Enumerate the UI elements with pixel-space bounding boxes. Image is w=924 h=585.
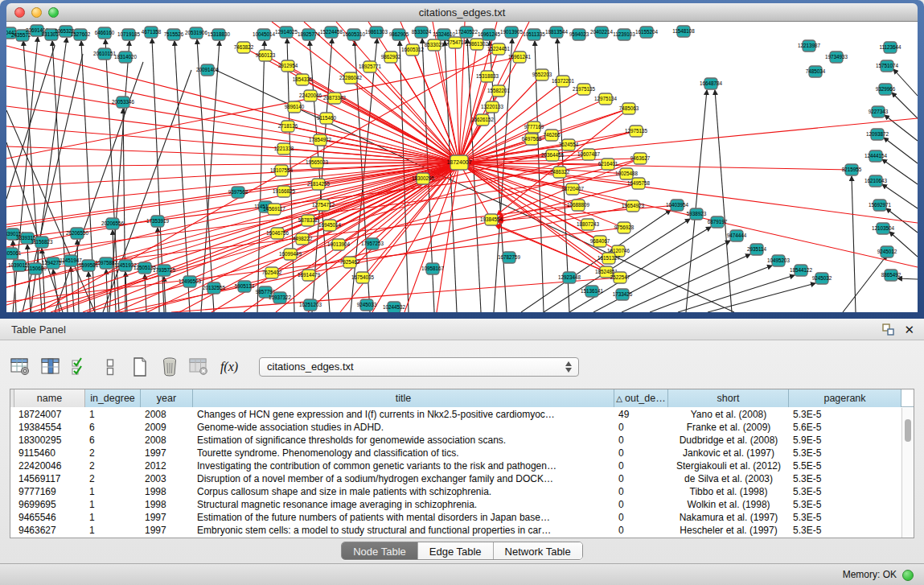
citation-edge-red[interactable] [309,163,459,275]
table-body: 1872400712008Changes of HCN gene express… [10,408,901,538]
network-window-titlebar[interactable]: citations_edges.txt [6,3,918,22]
graph-node-label: 17854972 [309,137,332,142]
function-builder-icon[interactable]: f(x) [218,356,240,378]
graph-node-label: 8533021 [425,42,445,47]
graph-node-label: 16099449 [279,251,302,257]
citation-edge-black[interactable] [164,277,166,312]
column-header-year[interactable]: year [141,389,193,407]
new-column-icon[interactable] [129,356,151,378]
memory-ok-indicator [902,570,914,581]
cell-year: 2008 [141,434,193,447]
cell-title: Changes of HCN gene expression and I(f) … [193,408,614,421]
graph-node-label: 16372201 [552,78,575,84]
tab-network-table[interactable]: Network Table [494,542,582,560]
select-columns-icon[interactable] [69,356,92,378]
graph-node-label: 12496503 [179,278,202,284]
table-tabbar: Node TableEdge TableNetwork Table [0,542,924,560]
graph-node-label: 22420046 [299,93,322,98]
citation-edge-black[interactable] [893,69,918,96]
graph-node-label: 20206556 [101,220,125,226]
table-panel: Table Panel ✕ [0,319,924,563]
tab-edge-table[interactable]: Edge Table [418,542,494,560]
column-header-pagerank[interactable]: pagerank [789,389,901,407]
column-header-name[interactable]: name [14,389,85,407]
citation-edge-black[interactable] [843,255,887,312]
graph-node-label: 7485034 [806,68,826,74]
table-row[interactable]: 1938455462009Genome-wide association stu… [10,421,901,434]
cell-name: 18300295 [14,434,85,447]
graph-node-label: 18107554 [270,167,294,173]
citation-edge-black[interactable] [6,110,95,312]
graph-node-label: 18544122 [790,267,813,273]
cell-pagerank: 5.6E-5 [789,421,901,434]
cell-short: Jankovic et al. (1997) [668,447,789,459]
delete-table-icon[interactable] [188,356,211,378]
citation-edge-red[interactable] [308,163,459,312]
citation-edge-red[interactable] [6,163,459,207]
citation-edge-red[interactable] [413,50,459,163]
table-row[interactable]: 1456911722003Disruption of a novel membe… [10,472,901,485]
citation-edge-black[interactable] [6,46,55,199]
network-graph[interactable]: 9804425243557242069140683130141065328715… [6,22,918,312]
graph-node-label: 9329966 [876,86,896,92]
column-header-in_degree[interactable]: in_degree [85,389,141,407]
delete-column-icon[interactable] [158,356,181,378]
sort-ascending-icon: △ [616,394,622,403]
citation-edge-black[interactable] [897,278,918,279]
graph-node-label: 18807243 [577,221,600,227]
table-tabs: Node TableEdge TableNetwork Table [341,542,583,560]
table-row[interactable]: 911546021997Tourette syndrome. Phenomeno… [10,447,901,459]
graph-node-label: 17353919 [146,218,170,224]
cell-year: 2003 [141,472,193,485]
graph-node-label: 9227343 [869,109,889,114]
citation-edge-black[interactable] [103,70,191,312]
table-row[interactable]: 969969511998Structural magnetic resonanc… [10,498,901,511]
table-scrollbar[interactable] [901,408,914,538]
graph-node-label: 9756928 [614,225,634,230]
table-row[interactable]: 1830029562008Estimation of significance … [10,434,901,447]
column-header-title[interactable]: title [193,389,614,407]
graph-node-label: 19861303 [365,29,388,35]
show-columns-icon[interactable] [39,356,62,378]
citation-edge-red[interactable] [6,164,608,239]
graph-node-label: 10045014 [253,31,276,37]
table-scrollbar-thumb[interactable] [905,419,911,442]
toggle-rows-icon[interactable] [99,356,121,378]
graph-node-label: 6466160 [95,30,115,35]
graph-node-label: 10719185 [117,31,141,37]
table-row[interactable]: 1872400712008Changes of HCN gene express… [10,408,901,421]
citation-edge-black[interactable] [201,41,220,312]
graph-node-label: 18314020 [114,54,138,60]
float-panel-icon[interactable] [881,323,895,336]
column-header-short[interactable]: short [668,389,789,407]
graph-node-label: 15136141 [581,288,604,294]
citation-edge-black[interactable] [884,138,918,163]
citation-edge-black[interactable] [892,93,918,118]
cell-pagerank: 5.3E-5 [789,447,901,459]
cell-in_degree: 1 [85,408,141,421]
table-row[interactable]: 946554611997Estimation of the future num… [10,511,901,524]
table-row[interactable]: 2242004622012Investigating the contribut… [10,459,901,472]
graph-node-label: 19013904 [327,241,351,247]
graph-node-label: 1527602 [71,31,91,37]
citation-edge-black[interactable] [882,159,918,184]
table-row[interactable]: 977716911998Corpus callosum shape and si… [10,485,901,498]
citation-edge-black[interactable] [852,176,856,312]
citation-edge-red[interactable] [372,163,459,312]
cell-out_degree: 0 [614,498,668,511]
citation-edge-red[interactable] [351,78,459,163]
network-canvas[interactable]: 9804425243557242069140683130141065328715… [6,22,918,312]
table-options-icon[interactable] [10,356,32,378]
tab-node-table[interactable]: Node Table [342,542,418,560]
column-header-out_degree[interactable]: △out_de… [614,389,668,407]
graph-node-label: 9463627 [630,155,651,161]
graph-node-label: 5878332 [298,217,318,223]
table-row[interactable]: 946362711997Embryonic stem cells: a mode… [10,524,901,537]
citation-edge-black[interactable] [715,90,732,312]
close-panel-icon[interactable]: ✕ [904,321,914,338]
citation-edge-red[interactable] [459,163,609,258]
table-select-dropdown[interactable]: citations_edges.txt [259,357,579,377]
citation-edge-black[interactable] [650,266,772,312]
cell-short: Nakamura et al. (1997) [668,511,789,524]
graph-node-label: 16210643 [864,178,888,183]
